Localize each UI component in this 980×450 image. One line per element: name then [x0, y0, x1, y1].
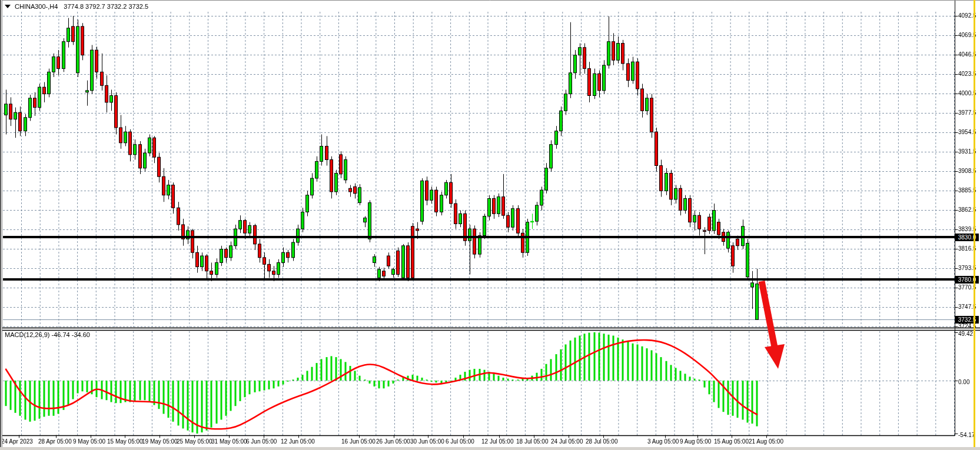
- down-arrow-icon[interactable]: [765, 344, 785, 369]
- window-left-edge: [0, 0, 2, 450]
- annotation-layer: [0, 0, 980, 450]
- chart-shift-marker: [974, 0, 975, 450]
- window-bottom-strip: [0, 447, 980, 450]
- mt4-chart-window: CHINA300-,H4 3774.8 3792.7 3732.2 3732.5…: [0, 0, 980, 450]
- down-arrow-shaft[interactable]: [762, 281, 775, 347]
